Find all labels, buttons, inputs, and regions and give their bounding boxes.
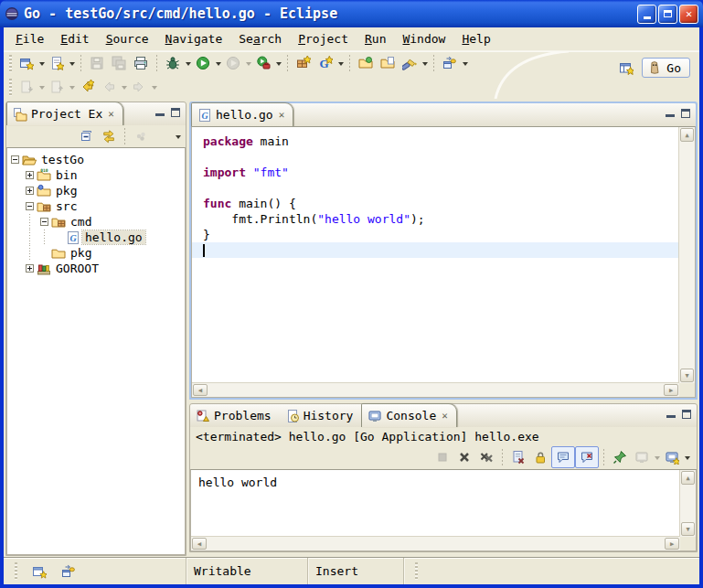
console-hscrollbar[interactable]: ◀ ▶ bbox=[191, 536, 680, 551]
project-explorer-tab[interactable]: Project Ex ✕ bbox=[6, 102, 123, 125]
profile-dropdown-icon[interactable] bbox=[244, 53, 252, 73]
tree-item-pkg[interactable]: pkg bbox=[7, 183, 185, 198]
new-wizard-button[interactable] bbox=[16, 53, 37, 73]
open-resource-button[interactable] bbox=[377, 53, 399, 73]
open-element-button[interactable] bbox=[355, 53, 377, 73]
tree-expander-icon[interactable] bbox=[22, 167, 37, 183]
tree-expander-icon[interactable] bbox=[22, 261, 37, 276]
go-launch-button[interactable] bbox=[439, 53, 461, 73]
minimize-editor-icon[interactable] bbox=[666, 111, 675, 117]
view-menu-button[interactable] bbox=[152, 126, 174, 146]
back-button[interactable] bbox=[98, 77, 120, 97]
external-tools-button[interactable] bbox=[252, 53, 274, 73]
editor-hscrollbar[interactable]: ◀ ▶ bbox=[192, 382, 679, 397]
tree-expander-icon[interactable] bbox=[37, 214, 51, 230]
console-output[interactable]: hello world bbox=[191, 470, 680, 537]
customize-view-button[interactable] bbox=[130, 126, 152, 146]
collapse-all-button[interactable] bbox=[76, 126, 98, 146]
code-editor[interactable]: package mainimport "fmt"func main() { fm… bbox=[192, 127, 679, 383]
menu-run[interactable]: Run bbox=[357, 30, 394, 48]
open-console-button[interactable] bbox=[661, 447, 683, 467]
profile-button[interactable] bbox=[222, 53, 244, 73]
trim-grip[interactable] bbox=[15, 562, 17, 580]
minimize-console-icon[interactable] bbox=[666, 412, 676, 418]
tree-item-src[interactable]: src bbox=[7, 198, 185, 214]
menu-file[interactable]: File bbox=[7, 30, 52, 48]
maximize-button[interactable] bbox=[658, 5, 677, 24]
go-launch-trim-button[interactable] bbox=[58, 561, 80, 582]
maximize-view-icon[interactable] bbox=[171, 108, 180, 117]
scroll-left-icon[interactable]: ◀ bbox=[193, 384, 208, 396]
close-view-icon[interactable]: ✕ bbox=[442, 410, 448, 422]
view-menu-dropdown-icon[interactable] bbox=[174, 126, 182, 146]
run-button[interactable] bbox=[192, 53, 214, 73]
console-vscrollbar[interactable]: ▲ ▼ bbox=[679, 470, 696, 537]
debug-button[interactable] bbox=[162, 53, 184, 73]
console-view-tab-problems[interactable]: Problems bbox=[190, 404, 280, 427]
debug-dropdown-icon[interactable] bbox=[184, 53, 192, 73]
tree-expander-icon[interactable] bbox=[22, 183, 37, 198]
link-with-editor-button[interactable] bbox=[98, 126, 120, 146]
search-button[interactable] bbox=[399, 53, 421, 73]
save-all-button[interactable] bbox=[108, 53, 130, 73]
minimize-button[interactable] bbox=[637, 5, 656, 24]
menu-edit[interactable]: Edit bbox=[52, 30, 97, 48]
last-edit-location-button[interactable] bbox=[76, 77, 98, 97]
menu-window[interactable]: Window bbox=[394, 30, 453, 48]
new-go-package-button[interactable] bbox=[293, 53, 314, 73]
toolbar-grip[interactable] bbox=[9, 79, 12, 96]
search-dropdown-icon[interactable] bbox=[421, 53, 429, 73]
editor-vscrollbar[interactable]: ▲ ▼ bbox=[678, 127, 695, 383]
run-dropdown-icon[interactable] bbox=[214, 53, 222, 73]
display-selected-console-dropdown-icon[interactable] bbox=[653, 447, 661, 467]
close-view-icon[interactable]: ✕ bbox=[108, 108, 114, 120]
display-selected-console-button[interactable] bbox=[631, 447, 653, 467]
maximize-console-icon[interactable] bbox=[682, 410, 691, 419]
go-perspective-button[interactable]: Go bbox=[642, 58, 690, 78]
remove-launch-button[interactable] bbox=[453, 447, 475, 467]
next-annotation-dropdown-icon[interactable] bbox=[37, 77, 46, 97]
scroll-right-icon[interactable]: ▶ bbox=[665, 538, 679, 550]
title-bar[interactable]: Go - testGo/src/cmd/hello.go - Eclipse ✕ bbox=[0, 0, 703, 27]
scroll-left-icon[interactable]: ◀ bbox=[192, 538, 207, 550]
toolbar-grip[interactable] bbox=[9, 55, 12, 72]
new-element-dropdown-icon[interactable] bbox=[68, 53, 76, 73]
console-view-tab-console[interactable]: Console✕ bbox=[361, 403, 456, 427]
previous-annotation-button[interactable] bbox=[46, 77, 68, 97]
new-go-file-button[interactable]: G bbox=[314, 53, 336, 73]
menu-help[interactable]: Help bbox=[453, 30, 498, 48]
next-annotation-button[interactable] bbox=[16, 77, 37, 97]
minimize-view-icon[interactable] bbox=[155, 110, 165, 116]
scroll-down-icon[interactable]: ▼ bbox=[680, 369, 694, 382]
menu-search[interactable]: Search bbox=[230, 30, 290, 48]
forward-dropdown-icon[interactable] bbox=[150, 77, 158, 97]
tree-item-pkg[interactable]: pkg bbox=[7, 245, 185, 261]
new-element-button[interactable] bbox=[46, 53, 68, 73]
scroll-right-icon[interactable]: ▶ bbox=[664, 384, 678, 396]
open-console-dropdown-icon[interactable] bbox=[683, 447, 691, 467]
save-button[interactable] bbox=[86, 53, 108, 73]
console-view-tab-history[interactable]: History bbox=[280, 404, 362, 427]
show-stdout-when-changed-button[interactable] bbox=[551, 446, 575, 468]
tree-item-cmd[interactable]: cmd bbox=[7, 214, 185, 230]
editor-tab-hello-go[interactable]: G hello.go ✕ bbox=[191, 102, 293, 126]
show-stderr-when-changed-button[interactable] bbox=[575, 446, 599, 468]
tree-item-bin[interactable]: 010bin bbox=[7, 167, 185, 183]
tree-expander-icon[interactable] bbox=[22, 198, 37, 214]
tree-item-goroot[interactable]: GOROOT bbox=[7, 261, 185, 276]
show-fast-view-button[interactable] bbox=[28, 561, 50, 582]
print-button[interactable] bbox=[130, 53, 152, 73]
previous-annotation-dropdown-icon[interactable] bbox=[68, 77, 76, 97]
scroll-down-icon[interactable]: ▼ bbox=[681, 522, 695, 536]
project-tree[interactable]: testGo010binpkgsrccmdGhello.gopkgGOROOT bbox=[7, 148, 185, 554]
menu-navigate[interactable]: Navigate bbox=[157, 30, 231, 48]
open-perspective-button[interactable] bbox=[615, 58, 637, 78]
clear-console-button[interactable] bbox=[507, 447, 529, 467]
scroll-up-icon[interactable]: ▲ bbox=[681, 471, 695, 485]
terminate-button[interactable] bbox=[431, 447, 453, 467]
forward-button[interactable] bbox=[128, 77, 150, 97]
trim-grip[interactable] bbox=[415, 562, 418, 580]
go-launch-dropdown-icon[interactable] bbox=[461, 53, 469, 73]
new-go-file-dropdown-icon[interactable] bbox=[336, 53, 345, 73]
pin-console-button[interactable] bbox=[609, 447, 631, 467]
